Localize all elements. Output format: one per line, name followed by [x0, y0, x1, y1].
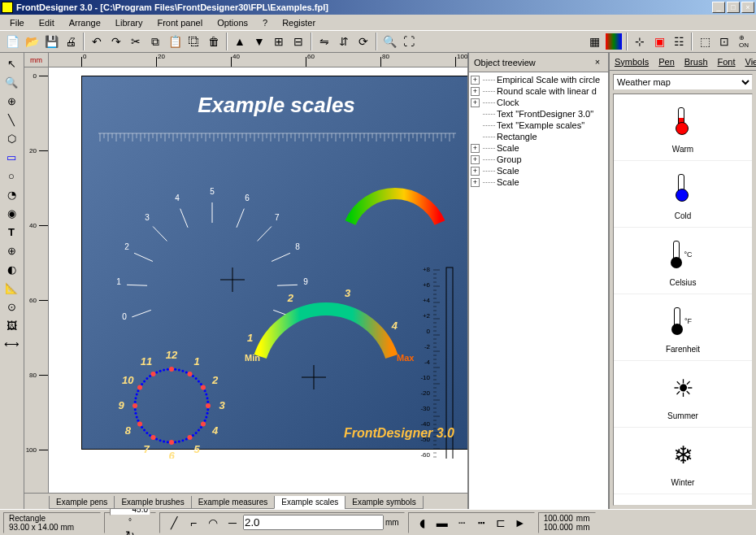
- text-tool[interactable]: T: [2, 223, 21, 241]
- dimension-tool[interactable]: ⟷: [2, 335, 21, 353]
- tree-node[interactable]: Text "Example scales": [471, 120, 606, 131]
- tab-example-measures[interactable]: Example measures: [191, 496, 276, 509]
- tree-node[interactable]: +Empirical Scale with circle: [471, 74, 606, 85]
- select-tool[interactable]: ↖: [2, 54, 21, 72]
- design-panel[interactable]: Example scales 012345678910 1212345: [81, 76, 467, 450]
- symbol-category-select[interactable]: Weather map: [613, 74, 753, 90]
- tree-node[interactable]: +Scale: [471, 142, 606, 154]
- ellipse-tool[interactable]: ◉: [2, 204, 21, 222]
- menu-frontpanel[interactable]: Front panel: [150, 16, 209, 29]
- dash-1-icon[interactable]: ┄: [453, 514, 471, 532]
- symbol-winter[interactable]: ❄Winter: [614, 428, 752, 494]
- new-button[interactable]: 📄: [3, 33, 21, 50]
- arc-tool[interactable]: ◔: [2, 185, 21, 203]
- tree-expand-icon[interactable]: +: [471, 98, 480, 107]
- paste-button[interactable]: 📋: [166, 33, 184, 50]
- right-tab-view[interactable]: View: [741, 54, 756, 69]
- line-style-1[interactable]: ╱: [165, 514, 183, 532]
- rect-tool[interactable]: ▭: [2, 148, 21, 166]
- undo-button[interactable]: ↶: [88, 33, 106, 50]
- symbol-cold[interactable]: Cold: [614, 161, 752, 228]
- cap-round-icon[interactable]: ◖: [414, 514, 432, 532]
- snap-toggle-button[interactable]: ⊕ON: [735, 33, 753, 50]
- tree-node[interactable]: +Clock: [471, 97, 606, 108]
- tree-expand-icon[interactable]: +: [471, 76, 480, 85]
- symbol-list[interactable]: WarmCold°CCelsius°FFarenheit☀Summer❄Wint…: [613, 94, 753, 506]
- right-tab-symbols[interactable]: Symbols: [610, 54, 654, 69]
- measure-tool[interactable]: 📐: [2, 279, 21, 297]
- menu-register[interactable]: Register: [276, 16, 322, 29]
- menu-[interactable]: ?: [256, 16, 274, 29]
- line-style-2[interactable]: ⌐: [185, 514, 202, 532]
- zoom-fit-button[interactable]: ⛶: [400, 33, 418, 50]
- line-style-4[interactable]: ─: [224, 514, 241, 532]
- tool-a-button[interactable]: ⬚: [696, 33, 714, 50]
- grid-button[interactable]: ▦: [585, 33, 603, 50]
- tree-expand-icon[interactable]: +: [471, 87, 480, 96]
- tree-expand-icon[interactable]: +: [471, 178, 480, 187]
- back-button[interactable]: ▼: [250, 33, 268, 50]
- right-tab-pen[interactable]: Pen: [654, 54, 680, 69]
- crosshair-tool[interactable]: ⊕: [2, 241, 21, 259]
- tree-expand-icon[interactable]: +: [471, 167, 480, 176]
- line-tool[interactable]: ╲: [2, 111, 21, 128]
- delete-button[interactable]: 🗑: [205, 33, 223, 50]
- cut-button[interactable]: ✂: [127, 33, 145, 50]
- tree-body[interactable]: +Empirical Scale with circle+Round scale…: [469, 72, 608, 509]
- open-button[interactable]: 📂: [23, 33, 41, 50]
- tree-node[interactable]: +Scale: [471, 176, 606, 188]
- snap-button[interactable]: ⊹: [631, 33, 649, 50]
- tree-node[interactable]: +Round scale with linear d: [471, 85, 606, 97]
- symbol-summer[interactable]: ☀Summer: [614, 361, 752, 428]
- front-button[interactable]: ▲: [231, 33, 249, 50]
- tree-node[interactable]: Rectangle: [471, 131, 606, 142]
- menu-file[interactable]: File: [3, 16, 31, 29]
- symbol-celsius[interactable]: °CCelsius: [614, 228, 752, 294]
- copy-button[interactable]: ⧉: [146, 33, 164, 50]
- join-icon[interactable]: ⊏: [492, 514, 510, 532]
- tab-example-scales[interactable]: Example scales: [274, 496, 345, 509]
- save-button[interactable]: 💾: [42, 33, 60, 50]
- tree-close-button[interactable]: ×: [592, 57, 603, 68]
- tab-example-symbols[interactable]: Example symbols: [345, 496, 423, 509]
- symbol-warm[interactable]: Warm: [614, 94, 752, 161]
- right-tab-font[interactable]: Font: [713, 54, 741, 69]
- tool-b-button[interactable]: ⊡: [715, 33, 733, 50]
- tree-node[interactable]: +Group: [471, 154, 606, 165]
- colors-button[interactable]: ■: [605, 33, 623, 50]
- mirror-v-button[interactable]: ⇵: [335, 33, 353, 50]
- scale-tool[interactable]: ◐: [2, 260, 21, 278]
- polygon-tool[interactable]: ⬡: [2, 129, 21, 147]
- duplicate-button[interactable]: ⿻: [185, 33, 203, 50]
- menu-edit[interactable]: Edit: [33, 16, 61, 29]
- width-input[interactable]: [243, 515, 384, 530]
- cap-end-icon[interactable]: ►: [511, 514, 529, 532]
- tree-node[interactable]: +Scale: [471, 165, 606, 176]
- cap-flat-icon[interactable]: ▬: [433, 514, 451, 532]
- tab-example-pens[interactable]: Example pens: [49, 496, 115, 509]
- image-tool[interactable]: 🖼: [2, 316, 21, 334]
- menu-arrange[interactable]: Arrange: [63, 16, 107, 29]
- maximize-button[interactable]: □: [727, 2, 740, 13]
- drill-tool[interactable]: ⊙: [2, 298, 21, 315]
- menu-library[interactable]: Library: [109, 16, 150, 29]
- line-style-3[interactable]: ◠: [204, 514, 222, 532]
- tab-example-brushes[interactable]: Example brushes: [114, 496, 191, 509]
- mirror-h-button[interactable]: ⇋: [315, 33, 333, 50]
- tree-expand-icon[interactable]: +: [471, 144, 480, 153]
- print-button[interactable]: 🖨: [62, 33, 80, 50]
- close-button[interactable]: ×: [741, 2, 754, 13]
- symbol-farenheit[interactable]: °FFarenheit: [614, 294, 752, 361]
- rotate-button[interactable]: ⟳: [354, 33, 372, 50]
- ungroup-button[interactable]: ⊟: [289, 33, 307, 50]
- circle-tool[interactable]: ○: [2, 167, 21, 185]
- redo-button[interactable]: ↷: [107, 33, 125, 50]
- reticle-tool[interactable]: ⊕: [2, 92, 21, 110]
- zoom-tool[interactable]: 🔍: [2, 73, 21, 91]
- minimize-button[interactable]: _: [712, 2, 725, 13]
- canvas[interactable]: Example scales 012345678910 1212345: [49, 67, 467, 493]
- right-tab-brush[interactable]: Brush: [680, 54, 713, 69]
- angle-reset-button[interactable]: ↻: [121, 528, 139, 536]
- group-button[interactable]: ⊞: [270, 33, 288, 50]
- library-button[interactable]: ☷: [670, 33, 688, 50]
